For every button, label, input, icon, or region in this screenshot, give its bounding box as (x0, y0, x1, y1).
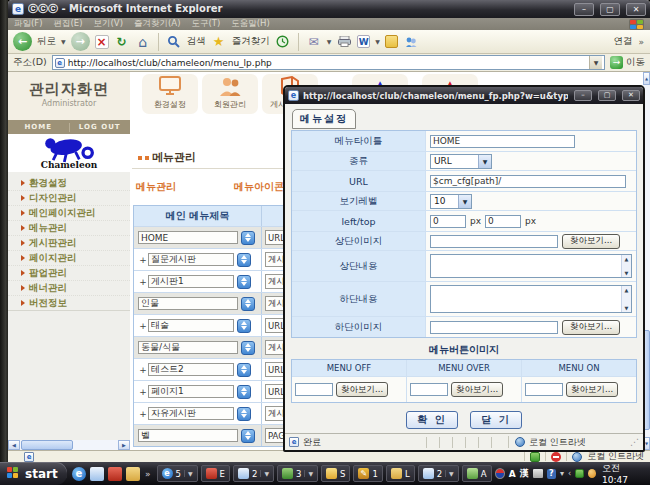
ok-button[interactable]: 확 인 (406, 411, 458, 429)
address-dropdown-icon[interactable]: ▼ (589, 56, 602, 69)
icon-card-members[interactable]: 회원관리 (202, 74, 258, 114)
favorites-label[interactable]: 즐겨찾기 (232, 35, 270, 48)
browse-button[interactable]: 찾아보기... (562, 234, 620, 249)
sidebar-item-board[interactable]: 게시판관리 (8, 236, 130, 251)
red-folder-quicklaunch-icon[interactable] (108, 467, 122, 481)
menu-name-input[interactable] (138, 297, 238, 310)
sort-updown-button[interactable] (241, 231, 255, 245)
desktop-quicklaunch-icon[interactable] (90, 467, 104, 481)
sort-updown-button[interactable] (237, 407, 251, 421)
notes-icon[interactable] (385, 35, 398, 48)
scroll-left-icon[interactable]: ◀ (8, 440, 20, 450)
resize-grip[interactable]: ⋰ (630, 437, 639, 447)
browse-button[interactable]: 찾아보기... (562, 320, 620, 335)
scroll-down-icon[interactable]: ▼ (625, 270, 629, 276)
close-button[interactable]: ✕ (626, 3, 646, 16)
sidebar-item-popup[interactable]: 팝업관리 (8, 266, 130, 281)
ime-expand-icon[interactable]: ▾ (560, 469, 564, 478)
menu-name-input[interactable] (138, 231, 238, 244)
sidebar-item-mainpage[interactable]: 메인페이지관리 (8, 206, 130, 221)
forward-icon[interactable]: → (71, 32, 90, 51)
sort-updown-button[interactable] (241, 297, 255, 311)
view-level-select[interactable]: 10▼ (430, 194, 472, 209)
browser-titlebar[interactable]: e ⓒⓒⓒ - Microsoft Internet Explorer – ▢ … (8, 0, 650, 18)
folder-quicklaunch-icon[interactable] (126, 467, 140, 481)
sidebar-item-settings[interactable]: 환경설정 (8, 176, 130, 191)
popup-close-button[interactable]: ✕ (622, 90, 640, 101)
sort-updown-button[interactable] (237, 363, 251, 377)
taskbar-button-editor[interactable]: ✎1 (353, 465, 382, 482)
scroll-up-icon[interactable]: ▲ (625, 287, 629, 293)
menu-edit[interactable]: 편집(E) (54, 18, 83, 30)
sidebar-item-menu[interactable]: 메뉴관리 (8, 221, 130, 236)
back-dropdown-icon[interactable]: ▼ (61, 38, 66, 45)
browse-button[interactable]: 찾아보기... (336, 382, 388, 397)
menu-over-input[interactable] (410, 383, 448, 396)
left-input[interactable] (430, 215, 466, 228)
menu-name-input[interactable] (148, 319, 234, 332)
scroll-down-icon[interactable]: ▼ (625, 305, 629, 311)
taskbar-button-explorer[interactable]: E (201, 465, 230, 482)
ie-quicklaunch-icon[interactable]: e (72, 467, 86, 481)
search-icon[interactable] (166, 34, 182, 50)
home-link[interactable]: HOME (8, 123, 69, 131)
tab-menu-settings[interactable]: 메뉴설정 (292, 109, 356, 129)
maximize-button[interactable]: ▢ (600, 3, 620, 16)
top-image-input[interactable] (430, 235, 558, 248)
mail-icon[interactable]: ✉ (306, 34, 322, 50)
menu-name-input[interactable] (148, 275, 234, 288)
links-chevron-icon[interactable]: » (638, 37, 644, 47)
browse-button[interactable]: 찾아보기... (451, 382, 503, 397)
sort-updown-button[interactable] (237, 253, 251, 267)
taskbar-button-notes[interactable]: S (321, 465, 350, 482)
menu-file[interactable]: 파일(F) (14, 18, 43, 30)
links-label[interactable]: 연결 (613, 35, 632, 48)
menu-name-input[interactable] (148, 407, 234, 420)
keyboard-icon[interactable] (533, 469, 543, 478)
favorites-star-icon[interactable]: ★ (211, 34, 227, 50)
refresh-icon[interactable]: ↻ (114, 34, 130, 50)
ime-mode-a[interactable]: A (509, 469, 516, 479)
browse-button[interactable]: 찾아보기... (566, 382, 618, 397)
taskbar-button-ie-group[interactable]: e5▼ (157, 465, 198, 482)
bottom-content-textarea[interactable]: ▲▼ (430, 285, 632, 313)
top-content-textarea[interactable]: ▲▼ (430, 254, 632, 278)
tray-collapse-icon[interactable]: ‹ (568, 469, 571, 478)
scroll-up-icon[interactable]: ▲ (625, 256, 629, 262)
address-input[interactable]: e http://localhost/club/chameleon/menu_l… (52, 55, 605, 70)
sort-updown-button[interactable] (237, 319, 251, 333)
close-button[interactable]: 닫 기 (470, 411, 522, 429)
sidebar-item-banner[interactable]: 배너관리 (8, 281, 130, 296)
minimize-button[interactable]: – (574, 3, 594, 16)
scroll-right-icon[interactable]: ▶ (118, 440, 130, 450)
menu-name-input[interactable] (138, 429, 238, 442)
scrollbar-thumb[interactable] (21, 440, 73, 450)
stop-icon[interactable]: × (95, 35, 109, 49)
messenger-icon[interactable] (403, 34, 419, 50)
taskbar-button-app[interactable]: A (462, 465, 492, 482)
back-icon[interactable]: ← (13, 32, 32, 51)
scroll-up-icon[interactable]: ▲ (643, 72, 650, 85)
menu-name-input[interactable] (138, 341, 238, 354)
textarea-scrollbar[interactable]: ▲▼ (621, 255, 631, 277)
print-icon[interactable] (336, 34, 352, 50)
textarea-scrollbar[interactable]: ▲▼ (621, 286, 631, 312)
search-label[interactable]: 검색 (187, 35, 206, 48)
tray-clock-icon[interactable] (588, 469, 596, 478)
menu-title-input[interactable] (430, 135, 575, 148)
sort-updown-button[interactable] (241, 429, 255, 443)
menu-name-input[interactable] (148, 385, 234, 398)
go-button[interactable]: → 이동 (610, 56, 645, 69)
menu-view[interactable]: 보기(V) (94, 18, 123, 30)
edit-dropdown-icon[interactable]: ▼ (375, 38, 380, 45)
top-input[interactable] (485, 215, 521, 228)
sort-updown-button[interactable] (241, 341, 255, 355)
menu-name-input[interactable] (148, 363, 234, 376)
home-icon[interactable]: ⌂ (135, 34, 151, 50)
popup-maximize-button[interactable]: ▢ (598, 90, 616, 101)
icon-card-settings[interactable]: 환경설정 (142, 74, 198, 114)
taskbar-button-docs2[interactable]: 2▼ (418, 465, 459, 482)
bottom-image-input[interactable] (430, 321, 558, 334)
menu-help[interactable]: 도움말(H) (231, 18, 270, 30)
sort-updown-button[interactable] (237, 385, 251, 399)
